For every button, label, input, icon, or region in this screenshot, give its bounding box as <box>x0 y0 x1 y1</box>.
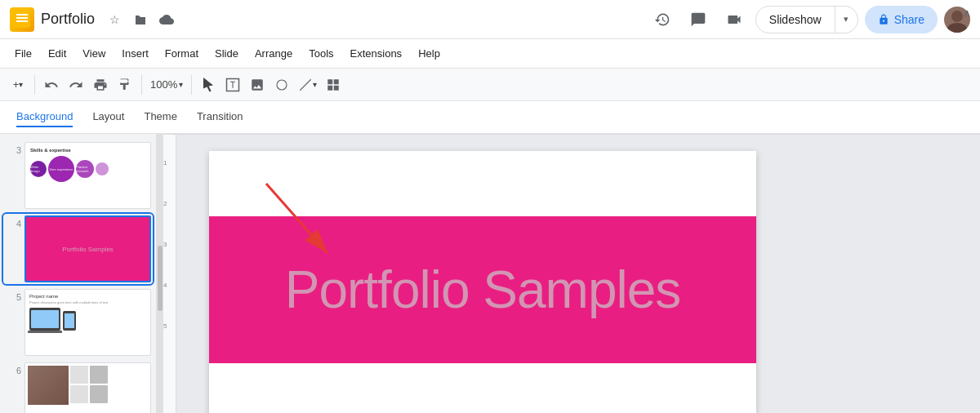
share-label: Share <box>894 13 924 26</box>
slide-number-4: 4 <box>5 219 21 229</box>
cloud-button[interactable] <box>155 8 178 31</box>
circle-4 <box>96 162 109 175</box>
slide-thumb-6: Project name Project name <box>24 362 151 413</box>
circle-2: User experience <box>48 156 74 182</box>
menu-extensions[interactable]: Extensions <box>342 44 411 63</box>
menu-bar: File Edit View Insert Format Slide Arran… <box>0 39 980 69</box>
phone-icon <box>63 311 76 331</box>
slide-item-6[interactable]: 6 <box>3 361 153 413</box>
add-slide-button[interactable]: + ▾ <box>7 72 29 98</box>
toolbar-separator-3 <box>191 75 192 95</box>
undo-button[interactable] <box>40 72 63 98</box>
menu-arrange[interactable]: Arrange <box>247 44 301 63</box>
tab-background[interactable]: Background <box>16 107 73 127</box>
thumb-grid <box>70 366 108 413</box>
menu-edit[interactable]: Edit <box>40 44 74 63</box>
slide-options-bar: Background Layout Theme Transition <box>0 101 980 134</box>
toolbar-separator-2 <box>141 75 142 95</box>
tab-transition[interactable]: Transition <box>197 107 243 127</box>
comments-button[interactable] <box>684 5 713 34</box>
svg-line-8 <box>301 79 312 91</box>
slide-item-3[interactable]: 3 Skills & expertise Writer design User … <box>3 140 153 211</box>
title-bar: Portfolio ☆ Slideshow ▾ Share <box>0 0 980 39</box>
slide-number-6: 6 <box>5 366 21 375</box>
print-button[interactable] <box>89 72 112 98</box>
cursor-tool-button[interactable] <box>197 72 220 98</box>
slide-canvas[interactable]: Portfolio Samples <box>176 135 980 413</box>
svg-rect-1 <box>16 17 28 19</box>
svg-point-7 <box>277 80 287 90</box>
share-button[interactable]: Share <box>865 6 938 33</box>
slide-content: Portfolio Samples <box>209 151 756 413</box>
thumb-photo-1 <box>28 366 69 405</box>
folder-button[interactable] <box>129 8 152 31</box>
toolbar: + ▾ 100% ▾ ▾ ∧ <box>0 69 980 101</box>
doc-title: Portfolio <box>41 11 95 28</box>
line-button[interactable]: ▾ <box>295 72 320 98</box>
tab-theme[interactable]: Theme <box>144 107 176 127</box>
svg-point-5 <box>947 23 967 33</box>
image-button[interactable] <box>246 72 269 98</box>
slide-thumb-3: Skills & expertise Writer design User ex… <box>24 142 151 209</box>
slide-number-5: 5 <box>5 292 21 302</box>
circle-3: Practice research <box>76 160 94 178</box>
shape-button[interactable] <box>270 72 293 98</box>
panel-scrollbar[interactable] <box>157 134 163 413</box>
slide4-banner-text: Portfolio Samples <box>62 246 114 253</box>
svg-rect-2 <box>16 20 28 22</box>
slideshow-group: Slideshow ▾ <box>755 6 858 33</box>
app-icon[interactable] <box>10 7 34 32</box>
text-box-button[interactable] <box>221 72 244 98</box>
laptop-icon <box>29 308 60 331</box>
menu-insert[interactable]: Insert <box>114 44 157 63</box>
canvas-area: 1 2 3 4 5 6 7 8 9 1 2 3 4 5 <box>163 134 980 413</box>
slide-number-3: 3 <box>5 145 21 155</box>
slide-thumb-4: Portfolio Samples <box>24 215 151 282</box>
slide3-title: Skills & expertise <box>30 148 145 153</box>
menu-view[interactable]: View <box>74 44 114 63</box>
slide3-circles: Writer design User experience Practice r… <box>30 156 145 182</box>
slide5-title: Project name <box>29 294 146 299</box>
paint-format-button[interactable] <box>114 72 136 98</box>
slideshow-dropdown-button[interactable]: ▾ <box>835 7 858 33</box>
slide-item-4[interactable]: 4 Portfolio Samples <box>3 214 153 284</box>
red-arrow-annotation <box>250 175 356 273</box>
video-button[interactable] <box>719 5 749 34</box>
layout-grid-button[interactable] <box>322 72 345 98</box>
ruler-left: 1 2 3 4 5 <box>163 135 176 413</box>
tab-layout[interactable]: Layout <box>92 107 124 127</box>
circle-1: Writer design <box>30 161 47 177</box>
menu-slide[interactable]: Slide <box>207 44 247 63</box>
scrollbar-thumb <box>158 246 163 311</box>
menu-file[interactable]: File <box>7 44 40 63</box>
slide-item-5[interactable]: 5 Project name Project description goes … <box>3 287 153 357</box>
slide5-devices <box>29 308 146 331</box>
history-button[interactable] <box>648 5 677 34</box>
star-button[interactable]: ☆ <box>103 8 126 31</box>
menu-tools[interactable]: Tools <box>301 44 341 63</box>
slideshow-button[interactable]: Slideshow <box>756 7 835 33</box>
zoom-dropdown[interactable]: 100% ▾ <box>147 72 186 98</box>
canvas-body: 1 2 3 4 5 <box>163 135 980 413</box>
redo-button[interactable] <box>65 72 87 98</box>
toolbar-separator-1 <box>34 75 35 95</box>
slide-thumb-5: Project name Project description goes he… <box>24 289 151 356</box>
slide5-desc: Project description goes here with multi… <box>29 300 146 305</box>
menu-format[interactable]: Format <box>157 44 207 63</box>
collapse-toolbar-button[interactable]: ∧ <box>957 3 977 23</box>
menu-help[interactable]: Help <box>410 44 448 63</box>
main-area: 3 Skills & expertise Writer design User … <box>0 134 980 413</box>
svg-line-10 <box>266 184 327 253</box>
slide-panel: 3 Skills & expertise Writer design User … <box>0 134 157 413</box>
svg-rect-3 <box>16 14 28 16</box>
